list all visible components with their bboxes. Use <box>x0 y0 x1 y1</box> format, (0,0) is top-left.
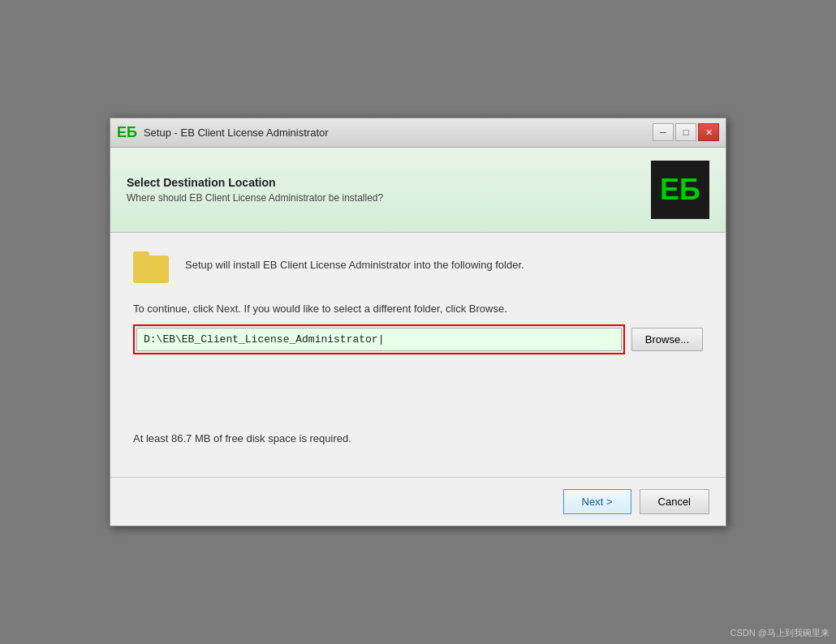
path-input-wrapper <box>133 324 625 354</box>
logo-symbol: ЕБ <box>660 175 700 204</box>
spacer <box>133 367 703 432</box>
footer: Next > Cancel <box>110 477 726 526</box>
disk-space-text: At least 86.7 MB of free disk space is r… <box>133 432 703 444</box>
path-row: Browse... <box>133 324 703 354</box>
header-text-block: Select Destination Location Where should… <box>127 176 651 204</box>
folder-row: Setup will install EB Client License Adm… <box>133 249 703 288</box>
next-button[interactable]: Next > <box>563 489 631 514</box>
app-icon: ЕБ <box>117 124 137 141</box>
folder-icon <box>133 249 172 288</box>
install-description: Setup will install EB Client License Adm… <box>185 249 524 273</box>
header-logo: ЕБ <box>651 161 709 219</box>
close-button[interactable]: ✕ <box>698 123 719 141</box>
cancel-button[interactable]: Cancel <box>640 489 709 514</box>
continue-text: To continue, click Next. If you would li… <box>133 301 703 317</box>
title-bar-left: ЕБ Setup - EB Client License Administrat… <box>117 124 329 141</box>
path-input[interactable] <box>136 328 622 351</box>
watermark: CSDN @马上到我碗里来 <box>730 627 830 639</box>
header-title: Select Destination Location <box>127 176 651 189</box>
setup-window: ЕБ Setup - EB Client License Administrat… <box>110 118 726 527</box>
header-subtitle: Where should EB Client License Administr… <box>127 192 651 204</box>
maximize-button[interactable]: □ <box>675 123 696 141</box>
content-area: Setup will install EB Client License Adm… <box>110 233 726 478</box>
title-bar: ЕБ Setup - EB Client License Administrat… <box>110 118 726 148</box>
minimize-button[interactable]: ─ <box>653 123 674 141</box>
header-section: Select Destination Location Where should… <box>110 148 726 233</box>
window-title: Setup - EB Client License Administrator <box>144 127 329 139</box>
browse-button[interactable]: Browse... <box>631 328 703 351</box>
title-bar-buttons: ─ □ ✕ <box>653 123 719 141</box>
